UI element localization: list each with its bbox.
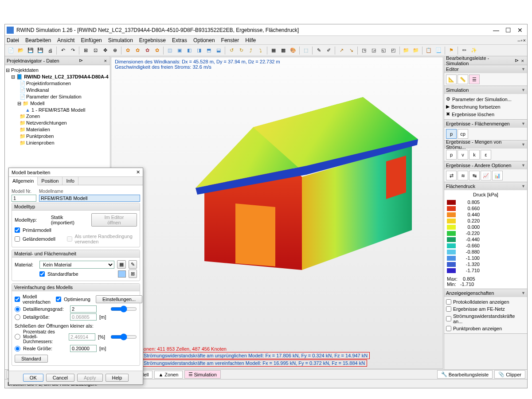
- p-button[interactable]: p: [446, 129, 457, 139]
- undo-icon[interactable]: ↶: [59, 46, 67, 55]
- opt2-icon[interactable]: ≋: [458, 171, 468, 180]
- box-icon[interactable]: ⬚: [301, 46, 310, 55]
- menu-hilfe[interactable]: Hilfe: [245, 37, 256, 43]
- dlg-tab-position[interactable]: Position: [38, 177, 63, 185]
- opt4-icon[interactable]: 📈: [481, 171, 491, 180]
- model-name-input[interactable]: [39, 195, 140, 202]
- pencil-icon[interactable]: ✏: [460, 46, 469, 55]
- terrain-model-check[interactable]: [15, 236, 20, 242]
- menu-extras[interactable]: Extras: [172, 37, 187, 43]
- pct-radio[interactable]: [15, 334, 20, 340]
- sheet2-icon[interactable]: 📃: [434, 46, 443, 55]
- real-radio[interactable]: [15, 346, 20, 352]
- new-icon[interactable]: 📄: [7, 46, 16, 55]
- tree-item[interactable]: 📄Windkanal: [6, 87, 109, 94]
- detgrad-radio[interactable]: [15, 306, 20, 312]
- tree-rfem[interactable]: ▲ 1 - RFEM/RSTAB Modell: [6, 107, 109, 113]
- tree-root[interactable]: ⊟ Projektdaten: [6, 67, 109, 74]
- dlg-tab-allgemein[interactable]: Allgemein: [9, 177, 38, 185]
- anz-item[interactable]: Ergebnisse am FE-Netz: [446, 305, 525, 313]
- settings-button[interactable]: Einstellungen...: [96, 295, 142, 303]
- menu-einfuegen[interactable]: Einfügen: [81, 37, 102, 43]
- misc2-icon[interactable]: ◲: [369, 46, 378, 55]
- anz-item[interactable]: Protokolldateien anzeigen: [446, 298, 525, 305]
- pct-slider[interactable]: [110, 333, 137, 340]
- cube4-icon[interactable]: ◨: [195, 46, 203, 55]
- k-button[interactable]: k: [469, 150, 480, 160]
- saveas-icon[interactable]: 💾: [36, 46, 45, 55]
- rotr-icon[interactable]: ↻: [237, 46, 246, 55]
- print-icon[interactable]: 🖨: [46, 46, 55, 55]
- arr1-icon[interactable]: ↗: [337, 46, 346, 55]
- arr2-icon[interactable]: ↘: [347, 46, 356, 55]
- brush-icon[interactable]: ✎: [314, 46, 323, 55]
- cube6-icon[interactable]: ⬓: [214, 46, 223, 55]
- grid-icon[interactable]: ⊞: [81, 46, 90, 55]
- anz-item[interactable]: Strömungswiderstandskräfte an...: [446, 313, 525, 325]
- rotd-icon[interactable]: ⤵: [256, 46, 265, 55]
- editor-btn3[interactable]: ☰: [469, 74, 480, 84]
- cube2-icon[interactable]: ▣: [175, 46, 184, 55]
- menu-ansicht[interactable]: Ansicht: [57, 37, 74, 43]
- redo-icon[interactable]: ↷: [68, 46, 77, 55]
- pin-icon[interactable]: ⊳: [78, 58, 84, 63]
- close-icon[interactable]: ✕: [517, 27, 523, 34]
- brush2-icon[interactable]: ✐: [324, 46, 333, 55]
- optimize-check[interactable]: [56, 297, 61, 302]
- editor-btn2[interactable]: 📏: [458, 74, 468, 84]
- color-icon[interactable]: 🎨: [289, 46, 297, 55]
- open-icon[interactable]: 📂: [16, 46, 25, 55]
- view2-icon[interactable]: ▩: [279, 46, 288, 55]
- help-button[interactable]: Help: [106, 374, 129, 382]
- ok-button[interactable]: OK: [23, 374, 43, 382]
- tree-folder[interactable]: 📁Netzverdichtungen: [6, 120, 109, 126]
- cube5-icon[interactable]: ⬒: [204, 46, 213, 55]
- sim-continue[interactable]: ▶ Berechnung fortsetzen: [446, 103, 525, 110]
- wand-icon[interactable]: ✨: [469, 46, 478, 55]
- tab-clipper[interactable]: 📎 Clipper: [494, 370, 525, 379]
- folder2-icon[interactable]: 📁: [411, 46, 420, 55]
- move-icon[interactable]: ✥: [101, 46, 110, 55]
- minimize-icon[interactable]: ―: [493, 27, 499, 34]
- editor-btn1[interactable]: 📐: [446, 74, 457, 84]
- detsize-radio[interactable]: [15, 314, 20, 320]
- menu-bearbeiten[interactable]: Bearbeiten: [25, 37, 51, 43]
- tree-item[interactable]: 📄Parameter der Simulation: [6, 94, 109, 100]
- detgrad-input[interactable]: [70, 305, 97, 313]
- real-input[interactable]: [70, 345, 97, 352]
- opt1-icon[interactable]: ⇄: [446, 171, 457, 180]
- cancel-button[interactable]: Cancel: [46, 374, 74, 382]
- primary-model-check[interactable]: [15, 227, 20, 233]
- anz-item[interactable]: Punktproben anzeigen: [446, 325, 525, 332]
- dlg-tab-info[interactable]: Info: [63, 177, 78, 185]
- menu-optionen[interactable]: Optionen: [193, 37, 215, 43]
- detgrad-slider[interactable]: [110, 305, 137, 313]
- rotl-icon[interactable]: ↺: [227, 46, 236, 55]
- standard-button[interactable]: Standard: [15, 355, 48, 363]
- tree-folder[interactable]: 📁Zonen: [6, 113, 109, 120]
- color-btn[interactable]: ⊞: [129, 270, 137, 278]
- close-panel-icon[interactable]: ×: [103, 58, 108, 63]
- cp-button[interactable]: cp: [458, 129, 468, 139]
- snap-icon[interactable]: ⊡: [91, 46, 100, 55]
- misc1-icon[interactable]: ◳: [360, 46, 368, 55]
- gear-icon[interactable]: ✿: [123, 46, 132, 55]
- tree-folder[interactable]: 📁Linienproben: [6, 140, 109, 146]
- tree-project[interactable]: ⊟ 📘 RWIND Netz_LC2_137D94A4-D80A-4: [6, 74, 109, 80]
- menu-fenster[interactable]: Fenster: [221, 37, 239, 43]
- stdcolor-check[interactable]: [39, 271, 45, 277]
- v-button[interactable]: v: [458, 150, 468, 160]
- open-editor-button[interactable]: Im Editor öffnen: [91, 213, 137, 227]
- misc3-icon[interactable]: ◱: [379, 46, 388, 55]
- sheet-icon[interactable]: 📋: [424, 46, 433, 55]
- rotu-icon[interactable]: ⤴: [246, 46, 255, 55]
- cube3-icon[interactable]: ◧: [185, 46, 194, 55]
- tree-folder[interactable]: 📁Punktproben: [6, 133, 109, 140]
- menu-ergebnisse[interactable]: Ergebnisse: [139, 37, 166, 43]
- p2-button[interactable]: p: [446, 150, 457, 160]
- maximize-icon[interactable]: ☐: [505, 27, 511, 34]
- model-nr-input[interactable]: [12, 195, 36, 202]
- menu-datei[interactable]: Datei: [7, 37, 19, 43]
- tab-simulation[interactable]: ☰ Simulation: [184, 370, 221, 379]
- pin-icon[interactable]: ⊳: [513, 58, 520, 63]
